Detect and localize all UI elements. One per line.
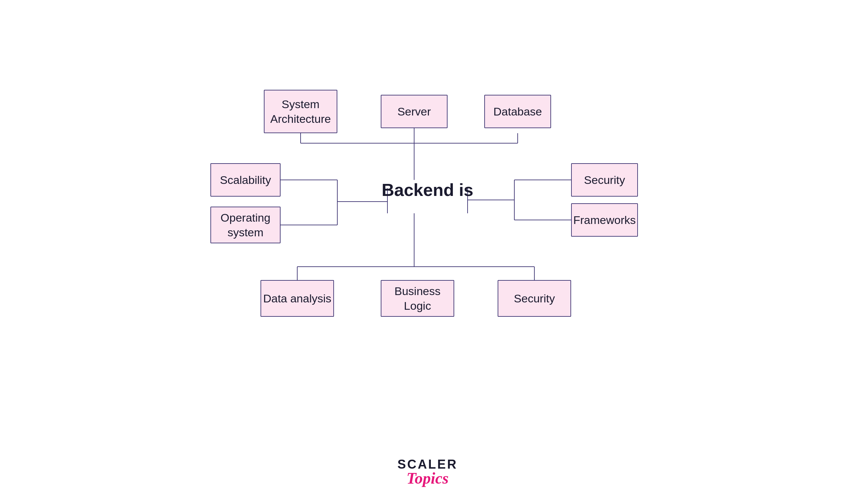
node-database: Database [484,95,551,128]
node-security-bottom: Security [498,280,571,317]
node-system-architecture: System Architecture [264,90,337,133]
node-frameworks: Frameworks [571,203,638,237]
node-server: Server [381,95,448,128]
node-operating-system: Operating system [210,206,281,243]
center-label: Backend is [382,180,474,200]
logo-topics: Topics [398,469,457,487]
node-data-analysis: Data analysis [261,280,334,317]
node-scalability: Scalability [210,163,281,197]
logo-container: SCALER Topics [398,457,457,487]
node-business-logic: Business Logic [381,280,454,317]
diagram-container: System Architecture Server Database Scal… [194,70,661,420]
node-security-right: Security [571,163,638,197]
